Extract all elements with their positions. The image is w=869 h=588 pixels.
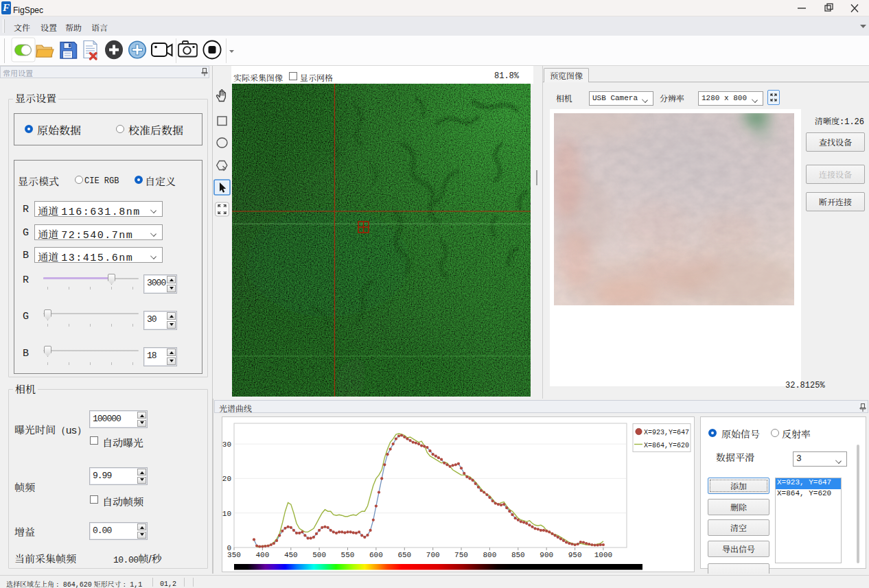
svg-text:900: 900 — [540, 551, 553, 559]
svg-text:350: 350 — [227, 551, 241, 559]
svg-text:800: 800 — [483, 551, 496, 559]
svg-text:950: 950 — [568, 551, 582, 559]
svg-text:600: 600 — [369, 551, 383, 559]
svg-text:400: 400 — [255, 551, 269, 559]
svg-text:0: 0 — [227, 544, 231, 552]
svg-text:500: 500 — [312, 551, 326, 559]
svg-text:30: 30 — [222, 440, 231, 449]
svg-text:650: 650 — [397, 551, 411, 559]
svg-text:850: 850 — [511, 551, 525, 559]
svg-text:1000: 1000 — [594, 551, 612, 559]
svg-text:450: 450 — [284, 551, 298, 559]
svg-text:X=923,Y=647: X=923,Y=647 — [644, 429, 689, 436]
svg-text:550: 550 — [341, 551, 355, 559]
svg-text:700: 700 — [426, 551, 440, 559]
svg-text:10: 10 — [222, 510, 231, 518]
svg-text:X=864,Y=620: X=864,Y=620 — [644, 442, 689, 449]
svg-text:750: 750 — [454, 551, 468, 559]
svg-text:20: 20 — [222, 475, 231, 483]
